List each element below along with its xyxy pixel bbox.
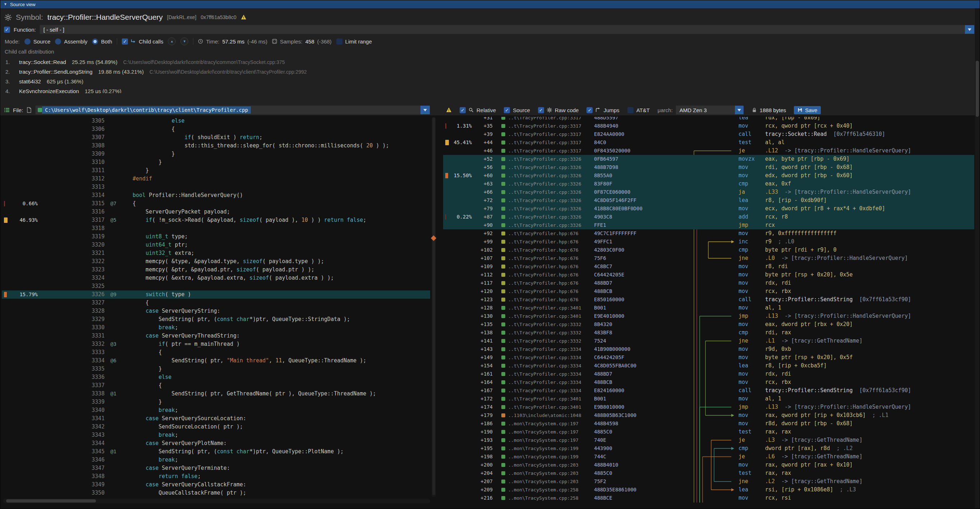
asm-row[interactable]: +172..t\TracyProfiler.cpp:3401B001moval,… <box>443 395 974 403</box>
source-line[interactable]: 3333 { <box>2 348 430 356</box>
limit-range-option[interactable]: Limit range <box>336 38 372 45</box>
source-line[interactable]: 3348 return false; <box>2 472 430 480</box>
asm-row[interactable]: +46..t\TracyProfiler.cpp:33170F843502000… <box>443 147 974 155</box>
source-line[interactable]: 15.79%3326@9 switch( type ) <box>2 290 430 299</box>
line-number[interactable]: 3340 <box>82 406 105 414</box>
source-line[interactable]: 3332@3 if( ptr == m_mainThread ) <box>2 340 430 348</box>
line-number[interactable]: 3329 <box>82 315 105 323</box>
asm-row[interactable]: +195..mon\TracySystem.cpp:199443900cmpdw… <box>443 444 974 453</box>
assembly-pane[interactable]: +31..t\TracyProfiler.cpp:3317488D5597lea… <box>443 117 974 505</box>
asm-row[interactable]: +190..mon\TracySystem.cpp:1974885C0testr… <box>443 428 974 436</box>
source-line[interactable]: 3306 { <box>2 125 430 134</box>
line-number[interactable]: 3312 <box>82 175 105 183</box>
asm-row[interactable]: +72..t\TracyProfiler.cpp:33264C8D05F146F… <box>443 196 974 205</box>
line-number[interactable]: 3347 <box>82 464 105 472</box>
line-number[interactable]: 3315 <box>82 199 105 208</box>
asm-row[interactable]: +204..mon\TracySystem.cpp:2034885C0testr… <box>443 469 974 477</box>
source-line[interactable]: 3319 uint8_t type; <box>2 232 430 241</box>
source-line[interactable]: 3329 SendString( ptr, (const char*)ptr, … <box>2 315 430 323</box>
jumps-option[interactable]: ✓ Jumps <box>587 107 619 113</box>
asm-location[interactable]: ..t\TracyProfiler.hpp:676 <box>508 262 593 271</box>
asm-row[interactable]: +99..t\TracyProfiler.hpp:67649FFC1incr9 … <box>443 238 974 246</box>
line-number[interactable]: 3321 <box>82 249 105 258</box>
line-number[interactable]: 3313 <box>82 183 105 191</box>
asm-location[interactable]: ..t\TracyProfiler.cpp:3326 <box>508 172 593 180</box>
child-call-entry[interactable]: 1.tracy::Socket::Read25.25 ms (54.89%)C:… <box>5 57 972 67</box>
asm-location[interactable]: ..t\TracyProfiler.cpp:3326 <box>508 163 593 172</box>
asm-row[interactable]: +216..mon\TracySystem.cpp:258488BCEmovrc… <box>443 494 974 502</box>
asm-location[interactable]: ..t\TracyProfiler.cpp:3401 <box>508 403 593 411</box>
asm-location[interactable]: ..mon\TracySystem.cpp:199 <box>508 453 593 461</box>
asm-row[interactable]: +79..t\TracyProfiler.cpp:3326418B8C80E0B… <box>443 205 974 213</box>
asm-row[interactable]: +164..t\TracyProfiler.cpp:3334488BCBmovr… <box>443 378 974 387</box>
source-line[interactable]: 3350 QueueCallstackFrame( ptr ); <box>2 489 430 497</box>
asm-location[interactable]: ..t\TracyProfiler.cpp:3334 <box>508 370 593 378</box>
asm-row[interactable]: 1.31%+35..t\TracyProfiler.cpp:3317488B49… <box>443 122 974 130</box>
asm-location[interactable]: ..t\TracyProfiler.cpp:3401 <box>508 395 593 403</box>
asm-location[interactable]: ..t\TracyProfiler.cpp:3317 <box>508 138 593 147</box>
source-line[interactable]: 3346 break; <box>2 456 430 464</box>
child-call-entry[interactable]: 4.KeSynchronizeExecution125 μs (0.27%) <box>5 86 972 93</box>
child-call-entry[interactable]: 3.stat64i32625 μs (1.36%) <box>5 76 972 86</box>
line-number[interactable]: 3326 <box>82 290 105 299</box>
asm-location[interactable]: ..t\TracyProfiler.cpp:3401 <box>508 312 593 320</box>
source-line[interactable]: 3323 memcpy( &ptr, &payload.ptr, sizeof(… <box>2 266 430 274</box>
mode-both-radio[interactable] <box>92 38 98 45</box>
source-line[interactable]: 3349 case ServerQueryCallstackFrame: <box>2 480 430 489</box>
source-line[interactable]: 3342 SendSourceLocation( ptr ); <box>2 423 430 431</box>
raw-code-checkbox[interactable]: ✓ <box>538 107 544 113</box>
line-number[interactable]: 3328 <box>82 307 105 315</box>
source-line[interactable]: 3312#endif <box>2 175 430 183</box>
source-line[interactable]: 3325 <box>2 282 430 290</box>
att-option[interactable]: AT&T <box>627 107 650 113</box>
asm-row[interactable]: +193..mon\TracySystem.cpp:197740Eje.L3 -… <box>443 436 974 444</box>
propagate-up-button[interactable]: ▲ <box>168 37 176 45</box>
line-number[interactable]: 3333 <box>82 348 105 356</box>
line-number[interactable]: 3325 <box>82 282 105 290</box>
line-number[interactable]: 3309 <box>82 150 105 158</box>
asm-row[interactable]: +130..t\TracyProfiler.cpp:3401E9E4010000… <box>443 312 974 320</box>
line-number[interactable]: 3327 <box>82 299 105 307</box>
source-line[interactable]: 3327 { <box>2 299 430 307</box>
line-number[interactable]: 3324 <box>82 274 105 282</box>
collapse-icon[interactable]: ▼ <box>3 3 7 6</box>
asm-row[interactable]: +109..t\TracyProfiler.hpp:6764C8BC7movr8… <box>443 262 974 271</box>
asm-location[interactable]: ..mon\TracySystem.cpp:258 <box>508 494 593 502</box>
asm-location[interactable]: ..t\TracyProfiler.cpp:3317 <box>508 130 593 138</box>
asm-row[interactable]: +198..mon\TracySystem.cpp:199744Cje.L6 -… <box>443 453 974 461</box>
raw-code-option[interactable]: ✓ Raw code <box>538 107 579 113</box>
window-vertical-scrollbar[interactable] <box>975 8 980 508</box>
asm-location[interactable]: ..t\TracyProfiler.cpp:3326 <box>508 205 593 213</box>
asm-location[interactable]: ..mon\TracySystem.cpp:197 <box>508 436 593 444</box>
asm-row[interactable]: 15.50%+60..t\TracyProfiler.cpp:33268B55A… <box>443 172 974 180</box>
chevron-down-icon[interactable] <box>735 106 743 114</box>
source-line[interactable]: 0.66%3315@7{ <box>2 199 430 208</box>
line-number[interactable]: 3305 <box>82 117 105 125</box>
source-checkbox[interactable]: ✓ <box>504 107 510 113</box>
asm-row[interactable]: +123..t\TracyProfiler.hpp:676E850160000c… <box>443 296 974 304</box>
line-number[interactable]: 3318 <box>82 224 105 232</box>
scrollbar-handle[interactable] <box>976 61 979 117</box>
function-checkbox[interactable]: ✓ <box>4 27 10 33</box>
relative-option[interactable]: ✓ Relative <box>460 107 496 113</box>
line-number[interactable]: 3314 <box>82 191 105 199</box>
source-line[interactable]: 3340 break; <box>2 406 430 414</box>
source-pane[interactable]: 3305 else3306 {3307 if( shouldExit ) ret… <box>2 117 430 497</box>
line-number[interactable]: 3320 <box>82 241 105 249</box>
asm-row[interactable]: +167..t\TracyProfiler.cpp:3334E824160000… <box>443 387 974 395</box>
line-number[interactable]: 3344 <box>82 439 105 447</box>
line-number[interactable]: 3308 <box>82 142 105 150</box>
source-option[interactable]: ✓ Source <box>504 107 530 113</box>
chevron-down-icon[interactable] <box>965 25 974 34</box>
line-number[interactable]: 3337 <box>82 382 105 390</box>
asm-row[interactable]: +31..t\TracyProfiler.cpp:3317488D5597lea… <box>443 117 974 122</box>
source-line[interactable]: 3345@1 SendString( ptr, (const char*)ptr… <box>2 447 430 456</box>
source-line[interactable]: 3338@1 SendString( ptr, GetThreadName( p… <box>2 390 430 398</box>
asm-location[interactable]: ..t\TracyProfiler.cpp:3326 <box>508 188 593 196</box>
source-line[interactable]: 3316 ServerQueryPacket payload; <box>2 208 430 216</box>
asm-location[interactable]: ..t\TracyProfiler.hpp:676 <box>508 279 593 287</box>
asm-row[interactable]: +63..t\TracyProfiler.cpp:332683F80Fcmpea… <box>443 180 974 188</box>
source-vertical-scrollbar[interactable] <box>431 117 436 497</box>
line-number[interactable]: 3330 <box>82 323 105 332</box>
asm-location[interactable]: ..t\TracyProfiler.cpp:3317 <box>508 122 593 130</box>
